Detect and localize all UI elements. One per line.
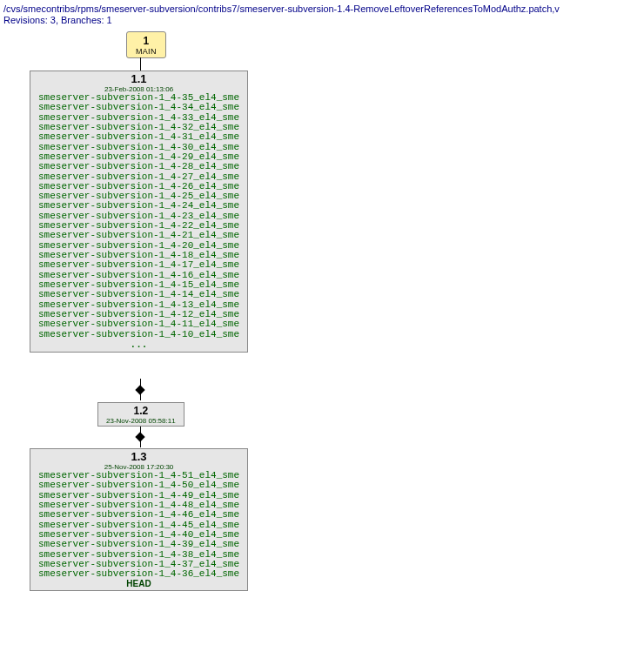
revision-summary: Revisions: 3, Branches: 1 bbox=[3, 15, 644, 25]
tag-label: smeserver-subversion-1_4-10_el4_sme bbox=[38, 329, 239, 339]
revision-date: 23-Nov-2008 05:58:11 bbox=[106, 417, 176, 425]
branch-main[interactable]: 1 MAIN bbox=[126, 31, 166, 58]
tag-label: smeserver-subversion-1_4-27_el4_sme bbox=[38, 171, 239, 182]
tag-label: smeserver-subversion-1_4-21_el4_sme bbox=[38, 230, 239, 240]
tag-label: smeserver-subversion-1_4-14_el4_sme bbox=[38, 289, 239, 299]
revision-tags: smeserver-subversion-1_4-51_el4_smesmese… bbox=[38, 470, 239, 579]
repo-path: /cvs/smecontribs/rpms/smeserver-subversi… bbox=[3, 3, 644, 14]
revision-tree: 1 MAIN 1.1 23-Feb-2008 01:13:06 smeserve… bbox=[3, 30, 644, 644]
revision-version: 1.2 bbox=[106, 405, 176, 417]
tag-label: smeserver-subversion-1_4-31_el4_sme bbox=[38, 131, 239, 142]
revision-1-2[interactable]: 1.2 23-Nov-2008 05:58:11 bbox=[97, 402, 184, 427]
connector-line bbox=[140, 57, 141, 71]
branch-number: 1 bbox=[136, 35, 157, 47]
tag-label: smeserver-subversion-1_4-50_el4_sme bbox=[38, 480, 239, 490]
more-indicator: ... bbox=[38, 339, 239, 350]
revision-tags: smeserver-subversion-1_4-35_el4_smesmese… bbox=[38, 92, 239, 339]
revision-version: 1.1 bbox=[38, 72, 239, 85]
revision-1-1[interactable]: 1.1 23-Feb-2008 01:13:06 smeserver-subve… bbox=[30, 71, 248, 353]
tag-label: smeserver-subversion-1_4-39_el4_sme bbox=[38, 539, 239, 549]
tag-label: smeserver-subversion-1_4-28_el4_sme bbox=[38, 161, 239, 171]
tag-label: smeserver-subversion-1_4-36_el4_sme bbox=[38, 568, 239, 579]
tag-label: smeserver-subversion-1_4-34_el4_sme bbox=[38, 102, 239, 112]
tag-label: smeserver-subversion-1_4-24_el4_sme bbox=[38, 200, 239, 211]
diamond-icon bbox=[135, 432, 144, 441]
diamond-icon bbox=[135, 385, 144, 394]
branch-label: MAIN bbox=[136, 47, 157, 56]
tag-label: smeserver-subversion-1_4-46_el4_sme bbox=[38, 509, 239, 520]
tag-label: smeserver-subversion-1_4-17_el4_sme bbox=[38, 259, 239, 270]
revision-version: 1.3 bbox=[38, 450, 239, 463]
revision-1-3[interactable]: 1.3 25-Nov-2008 17:20:30 smeserver-subve… bbox=[30, 448, 248, 591]
tag-label: smeserver-subversion-1_4-38_el4_sme bbox=[38, 549, 239, 560]
tag-label: smeserver-subversion-1_4-11_el4_sme bbox=[38, 319, 239, 329]
head-label: HEAD bbox=[38, 579, 239, 588]
